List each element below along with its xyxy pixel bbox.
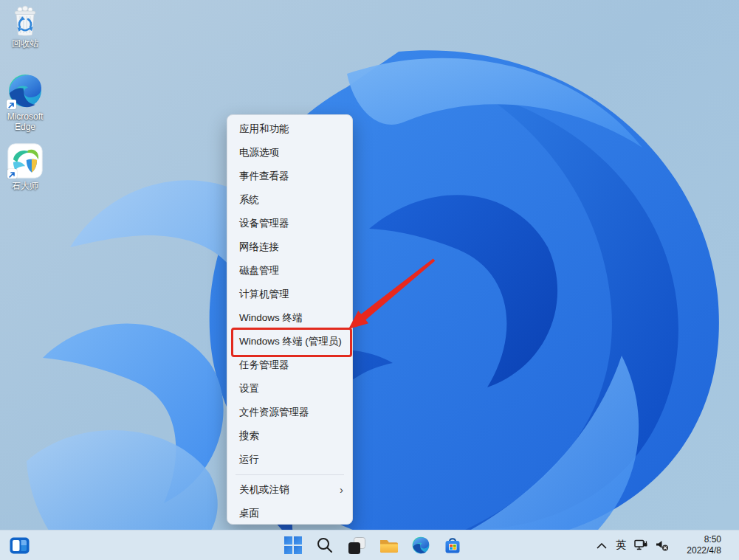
shidashi-icon [7, 142, 44, 179]
menu-item-device-manager[interactable]: 设备管理器 [227, 212, 352, 235]
store-button[interactable] [439, 532, 466, 559]
recycle-bin-icon [10, 4, 41, 37]
language-indicator[interactable]: 英 [612, 532, 630, 559]
task-view-icon [348, 536, 366, 555]
search-icon [316, 536, 334, 554]
menu-item-file-explorer[interactable]: 文件资源管理器 [227, 401, 352, 424]
menu-item-computer-management[interactable]: 计算机管理 [227, 283, 352, 306]
windows-start-icon [283, 536, 303, 555]
shortcut-arrow-icon [7, 169, 17, 179]
tray-chevron-button[interactable] [594, 532, 609, 559]
desktop-icon-shidashi[interactable]: 石大师 [1, 142, 49, 191]
menu-item-desktop[interactable]: 桌面 [227, 502, 352, 525]
tray-clock[interactable]: 8:50 2022/4/8 [674, 534, 721, 556]
menu-item-run[interactable]: 运行 [227, 448, 352, 471]
menu-item-task-manager[interactable]: 任务管理器 [227, 353, 352, 377]
task-view-button[interactable] [343, 532, 370, 559]
search-button[interactable] [312, 532, 338, 559]
menu-item-windows-terminal-admin[interactable]: Windows 终端 (管理员) [227, 330, 352, 353]
start-button[interactable] [280, 532, 306, 559]
desktop-icon-recycle-bin[interactable]: 回收站 [1, 4, 49, 49]
widgets-button[interactable] [6, 532, 32, 559]
menu-item-system[interactable]: 系统 [227, 188, 352, 212]
clock-time: 8:50 [674, 534, 721, 545]
menu-item-power-options[interactable]: 电源选项 [227, 141, 352, 165]
menu-item-settings[interactable]: 设置 [227, 377, 352, 401]
edge-icon [411, 536, 430, 555]
taskbar: 英 8:50 2022/4/8 [0, 530, 739, 560]
volume-tray-button[interactable] [653, 532, 672, 559]
shortcut-arrow-icon [7, 100, 16, 109]
edge-icon [6, 72, 44, 110]
winx-menu: 应用和功能 电源选项 事件查看器 系统 设备管理器 网络连接 磁盘管理 计算机管… [227, 114, 353, 525]
desktop-icon-microsoft-edge[interactable]: Microsoft Edge [1, 72, 49, 132]
menu-item-network-connections[interactable]: 网络连接 [227, 235, 352, 259]
menu-item-windows-terminal[interactable]: Windows 终端 [227, 306, 352, 330]
microsoft-store-icon [443, 536, 462, 555]
volume-muted-icon [656, 540, 669, 551]
network-tray-button[interactable] [632, 532, 650, 559]
ethernet-network-icon [634, 539, 648, 551]
menu-item-search[interactable]: 搜索 [227, 424, 352, 448]
wallpaper [0, 0, 739, 560]
file-explorer-icon [379, 536, 399, 554]
menu-item-disk-management[interactable]: 磁盘管理 [227, 259, 352, 283]
edge-taskbar-button[interactable] [408, 532, 434, 559]
file-explorer-button[interactable] [376, 532, 402, 559]
clock-date: 2022/4/8 [674, 545, 721, 556]
desktop-icon-label: 石大师 [1, 181, 49, 191]
chevron-up-icon [596, 542, 608, 550]
menu-item-apps-and-features[interactable]: 应用和功能 [227, 117, 352, 141]
menu-item-event-viewer[interactable]: 事件查看器 [227, 165, 352, 188]
widgets-icon [10, 537, 30, 554]
menu-item-shutdown-or-sign-out[interactable]: 关机或注销 › [227, 478, 352, 502]
desktop-icon-label: Microsoft Edge [1, 111, 49, 132]
submenu-chevron-icon: › [340, 478, 343, 502]
menu-separator [236, 474, 344, 475]
desktop-icon-label: 回收站 [1, 38, 49, 49]
